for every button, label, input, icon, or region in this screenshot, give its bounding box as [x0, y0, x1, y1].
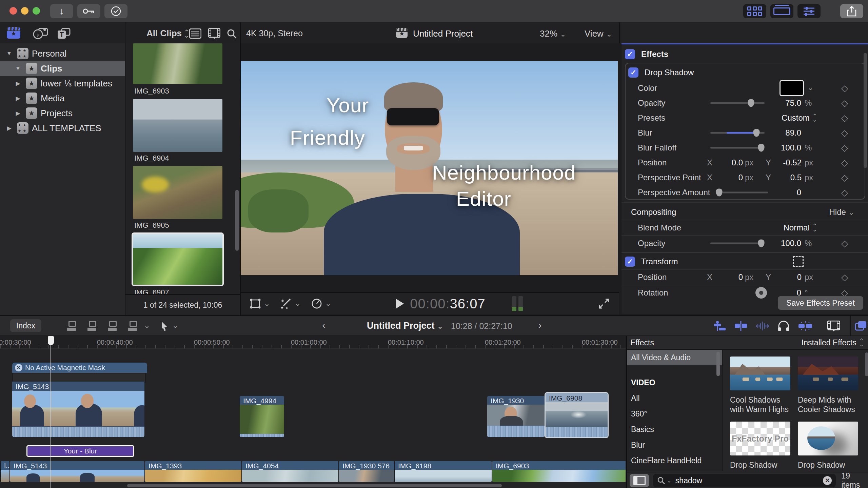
color-swatch[interactable]: [780, 80, 804, 96]
transform-y-value[interactable]: 0: [772, 272, 802, 282]
share-button[interactable]: [840, 4, 863, 18]
compositing-hide-button[interactable]: Hide ⌄: [829, 207, 854, 217]
browser-clip-img-6907[interactable]: [133, 234, 222, 285]
photos-audio-tab[interactable]: ♪: [33, 28, 48, 39]
filmstrip-view-button[interactable]: [208, 28, 220, 41]
timeline-title-clip-your-blur[interactable]: Your - Blur: [26, 445, 134, 457]
tool-select-button[interactable]: [157, 320, 172, 332]
effects-search-field[interactable]: ⌄ ✕: [653, 474, 836, 487]
timeline-clip-img-4994[interactable]: IMG_4994: [240, 396, 284, 437]
audio-fade-button[interactable]: [797, 320, 813, 332]
append-edit-button[interactable]: [104, 320, 120, 332]
category-all-video-audio[interactable]: All Video & Audio: [627, 350, 722, 365]
transform-tool-icon[interactable]: [250, 299, 261, 309]
retime-icon[interactable]: [311, 298, 322, 309]
timeline-bottom-clip-img-4054[interactable]: IMG_4054: [241, 461, 338, 482]
keyframe-diamond-icon[interactable]: ◇: [841, 158, 848, 168]
enhancements-wand-icon[interactable]: [280, 298, 292, 309]
category-360[interactable]: 360°: [627, 406, 722, 422]
slider-thumb[interactable]: [716, 189, 723, 197]
connect-edit-button[interactable]: [64, 320, 79, 332]
category-cineflare-handheld[interactable]: CineFlare HandHeld: [627, 453, 722, 468]
chevron-down-icon[interactable]: ⌄: [667, 477, 671, 484]
background-tasks-button[interactable]: [104, 4, 127, 18]
close-window-button[interactable]: [9, 7, 17, 15]
sidebar-item-all-templates[interactable]: ▶ ★★★★ ALL TEMPLATES: [0, 121, 125, 136]
playhead-handle[interactable]: [48, 336, 54, 345]
skimming-button[interactable]: [712, 320, 728, 332]
effects-grid-scrollbar[interactable]: [865, 352, 868, 376]
chevron-down-icon[interactable]: ⌄: [807, 83, 813, 92]
compositing-opacity-value[interactable]: 100.0: [750, 239, 801, 248]
show-inspector-button[interactable]: [797, 4, 821, 18]
perspective-point-y-value[interactable]: 0.5: [772, 173, 802, 182]
disclosure-closed-icon[interactable]: ▶: [14, 80, 22, 87]
timeline-clip-img-5143[interactable]: IMG_5143: [12, 382, 144, 437]
viewer-view-dropdown[interactable]: View ⌄: [585, 28, 612, 39]
clear-search-icon[interactable]: ✕: [823, 476, 832, 485]
solo-button[interactable]: [776, 320, 791, 332]
browser-clip-img-6903[interactable]: [133, 43, 222, 84]
minimize-window-button[interactable]: [21, 7, 28, 15]
keyframe-diamond-icon[interactable]: ◇: [841, 128, 848, 138]
play-button[interactable]: [396, 299, 404, 309]
chevron-down-icon[interactable]: ⌄: [294, 299, 300, 308]
effect-drop-shadow-fxfactory-thumbnail[interactable]: FxFactory Pro: [730, 422, 790, 455]
timeline-clip-img-6908-selected[interactable]: IMG_6908: [546, 393, 608, 437]
timeline-bottom-clip-img-6198[interactable]: IMG_6198: [394, 461, 492, 482]
sidebar-item-projects[interactable]: ▶ ★ Projects: [0, 106, 125, 121]
disclosure-closed-icon[interactable]: ▶: [14, 95, 22, 102]
category-all[interactable]: All: [627, 390, 722, 406]
drop-shadow-checkbox[interactable]: ✓: [628, 67, 638, 78]
audio-meter-left[interactable]: [512, 296, 516, 311]
keywords-button[interactable]: [77, 4, 100, 18]
previous-project-button[interactable]: ‹: [322, 320, 325, 331]
keyframe-diamond-icon[interactable]: ◇: [841, 98, 848, 108]
disclosure-open-icon[interactable]: ▼: [14, 65, 22, 72]
disclosure-closed-icon[interactable]: ▶: [14, 110, 22, 117]
keyframe-diamond-icon[interactable]: ◇: [841, 143, 848, 153]
transform-x-value[interactable]: 0: [713, 272, 743, 282]
keyframe-diamond-icon[interactable]: ◇: [841, 113, 848, 123]
perspective-point-x-value[interactable]: 0: [713, 173, 743, 182]
save-effects-preset-button[interactable]: Save Effects Preset: [778, 296, 863, 310]
audio-waveform-button[interactable]: [755, 320, 770, 332]
inspector-scrollbar[interactable]: [864, 53, 867, 168]
transform-onscreen-icon[interactable]: [793, 256, 804, 267]
next-project-button[interactable]: ›: [538, 320, 541, 331]
audio-meter-right[interactable]: [518, 296, 523, 311]
blur-falloff-value[interactable]: 100.0: [750, 143, 801, 152]
timeline-bottom-clip-img-1930-576[interactable]: IMG_1930 576: [338, 461, 394, 482]
fullscreen-icon[interactable]: [599, 299, 609, 309]
effect-drop-shadow-thumbnail[interactable]: [798, 422, 858, 455]
index-button[interactable]: Index: [10, 319, 41, 332]
insert-edit-button[interactable]: [84, 320, 100, 332]
magnetic-mask-banner[interactable]: ✕ No Active Magnetic Mask: [12, 363, 147, 373]
clip-filter-dropdown[interactable]: All Clips ⌃⌄: [146, 28, 189, 39]
playhead[interactable]: [51, 336, 51, 488]
keyframe-diamond-icon[interactable]: ◇: [841, 272, 848, 283]
keyframe-diamond-icon[interactable]: ◇: [841, 238, 848, 249]
browser-clip-img-6905[interactable]: [133, 166, 222, 219]
effect-deep-mids-thumbnail[interactable]: [798, 357, 858, 390]
browser-scrollbar[interactable]: [235, 190, 239, 251]
media-browser-button[interactable]: [826, 320, 842, 332]
chevron-down-icon[interactable]: ⌄: [325, 299, 331, 308]
timeline-bottom-clip-img-6903[interactable]: IMG_6903: [492, 461, 626, 482]
sidebar-item-clips[interactable]: ▼ ★ Clips: [0, 61, 125, 76]
effects-checkbox[interactable]: ✓: [625, 49, 635, 59]
video-canvas[interactable]: Your Friendly Neighbourhood Editor: [241, 61, 618, 275]
sidebar-toggle-button[interactable]: [630, 474, 649, 487]
transform-checkbox[interactable]: ✓: [625, 257, 635, 267]
chevron-down-icon[interactable]: ⌄: [264, 299, 270, 308]
list-view-button[interactable]: [189, 28, 201, 41]
category-list-scrollbar[interactable]: [716, 352, 720, 376]
sidebar-item-lower-third-templates[interactable]: ▶ ★ lower ⅓ templates: [0, 76, 125, 91]
chevron-down-icon[interactable]: ⌄: [144, 321, 150, 330]
transitions-browser-button[interactable]: ⋈: [854, 320, 868, 332]
keyframe-diamond-icon[interactable]: ◇: [841, 187, 848, 198]
browser-clip-img-6904[interactable]: [133, 99, 222, 152]
zoom-window-button[interactable]: [33, 7, 40, 15]
keyframe-diamond-icon[interactable]: ◇: [841, 172, 848, 183]
timeline-ruler[interactable]: 00:00:30:00 00:00:40:00 00:00:50:00 00:0…: [0, 336, 626, 349]
